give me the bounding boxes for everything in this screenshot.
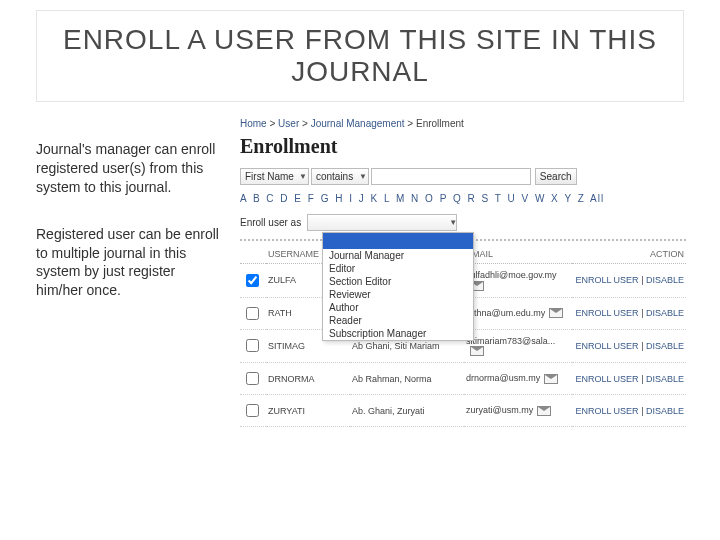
cell-email: drnorma@usm.my: [464, 363, 572, 395]
cell-email: zuryati@usm.my: [464, 395, 572, 427]
table-row: ZURYATIAb. Ghani, Zuryatizuryati@usm.myE…: [240, 395, 686, 427]
col-check: [240, 245, 266, 264]
search-field-select[interactable]: First Name: [240, 168, 309, 185]
cell-actions: ENROLL USER | DISABLE: [572, 264, 686, 298]
role-select[interactable]: [307, 214, 457, 231]
col-action: ACTION: [572, 245, 686, 264]
explanation-p2: Registered user can be enroll to multipl…: [36, 225, 221, 301]
role-option[interactable]: Reader: [323, 314, 473, 327]
slide-explanation: Journal's manager can enroll registered …: [36, 140, 221, 328]
enroll-user-link[interactable]: ENROLL USER: [575, 275, 638, 285]
app-screenshot: Home > User > Journal Management > Enrol…: [240, 118, 686, 427]
row-checkbox[interactable]: [246, 274, 259, 287]
cell-email: zulfadhli@moe.gov.my: [464, 264, 572, 298]
cell-name: Ab Rahman, Norma: [350, 363, 464, 395]
role-option[interactable]: Subscription Manager: [323, 327, 473, 340]
search-op-select[interactable]: contains: [311, 168, 369, 185]
mail-icon[interactable]: [544, 374, 558, 384]
alpha-filter[interactable]: A B C D E F G H I J K L M N O P Q R S T …: [240, 193, 686, 204]
crumb-user[interactable]: User: [278, 118, 299, 129]
table-row: DRNORMAAb Rahman, Normadrnorma@usm.myENR…: [240, 363, 686, 395]
slide-title: ENROLL A USER FROM THIS SITE IN THIS JOU…: [37, 24, 683, 88]
crumb-journal-management[interactable]: Journal Management: [311, 118, 405, 129]
cell-actions: ENROLL USER | DISABLE: [572, 297, 686, 329]
role-option[interactable]: Author: [323, 301, 473, 314]
cell-actions: ENROLL USER | DISABLE: [572, 395, 686, 427]
cell-email: sitimariam783@sala...: [464, 329, 572, 363]
row-checkbox[interactable]: [246, 372, 259, 385]
enroll-as-row: Enroll user as ▼ Journal Manager Editor …: [240, 214, 686, 231]
disable-user-link[interactable]: DISABLE: [646, 275, 684, 285]
mail-icon[interactable]: [549, 308, 563, 318]
role-option[interactable]: Reviewer: [323, 288, 473, 301]
mail-icon[interactable]: [537, 406, 551, 416]
cell-actions: ENROLL USER | DISABLE: [572, 363, 686, 395]
enroll-user-link[interactable]: ENROLL USER: [575, 374, 638, 384]
row-checkbox[interactable]: [246, 404, 259, 417]
row-checkbox[interactable]: [246, 307, 259, 320]
enroll-user-link[interactable]: ENROLL USER: [575, 341, 638, 351]
enroll-as-label: Enroll user as: [240, 217, 301, 228]
role-option[interactable]: Section Editor: [323, 275, 473, 288]
search-input[interactable]: [371, 168, 531, 185]
slide-title-box: ENROLL A USER FROM THIS SITE IN THIS JOU…: [36, 10, 684, 102]
disable-user-link[interactable]: DISABLE: [646, 341, 684, 351]
enroll-user-link[interactable]: ENROLL USER: [575, 308, 638, 318]
disable-user-link[interactable]: DISABLE: [646, 308, 684, 318]
cell-username: ZURYATI: [266, 395, 350, 427]
cell-username: DRNORMA: [266, 363, 350, 395]
role-option[interactable]: Journal Manager: [323, 249, 473, 262]
search-button[interactable]: Search: [535, 168, 577, 185]
crumb-current: Enrollment: [416, 118, 464, 129]
search-bar: First Name▼ contains▼ Search: [240, 168, 686, 185]
cell-actions: ENROLL USER | DISABLE: [572, 329, 686, 363]
cell-name: Ab. Ghani, Zuryati: [350, 395, 464, 427]
cell-email: rathna@um.edu.my: [464, 297, 572, 329]
col-email: EMAIL: [464, 245, 572, 264]
page-title: Enrollment: [240, 135, 686, 158]
enroll-user-link[interactable]: ENROLL USER: [575, 406, 638, 416]
explanation-p1: Journal's manager can enroll registered …: [36, 140, 221, 197]
role-option[interactable]: Editor: [323, 262, 473, 275]
mail-icon[interactable]: [470, 346, 484, 356]
disable-user-link[interactable]: DISABLE: [646, 374, 684, 384]
disable-user-link[interactable]: DISABLE: [646, 406, 684, 416]
row-checkbox[interactable]: [246, 339, 259, 352]
breadcrumb: Home > User > Journal Management > Enrol…: [240, 118, 686, 129]
crumb-home[interactable]: Home: [240, 118, 267, 129]
role-dropdown-open: Journal Manager Editor Section Editor Re…: [322, 232, 474, 341]
role-option-selected-empty[interactable]: [323, 233, 473, 249]
